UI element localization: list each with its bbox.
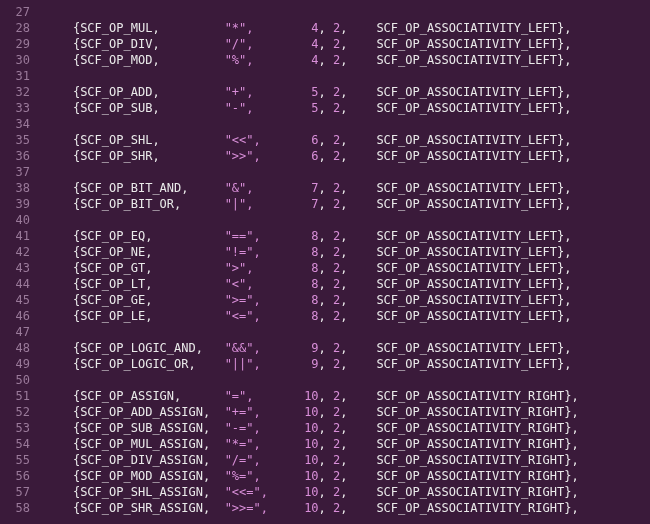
line-number: 37 bbox=[0, 164, 40, 180]
line-number: 36 bbox=[0, 148, 40, 164]
line-number: 44 bbox=[0, 276, 40, 292]
line-number: 39 bbox=[0, 196, 40, 212]
code-line[interactable]: {SCF_OP_LT, "<", 8, 2, SCF_OP_ASSOCIATIV… bbox=[44, 276, 650, 292]
line-number: 27 bbox=[0, 4, 40, 20]
code-line[interactable]: {SCF_OP_LE, "<=", 8, 2, SCF_OP_ASSOCIATI… bbox=[44, 308, 650, 324]
line-number: 50 bbox=[0, 372, 40, 388]
code-line[interactable]: {SCF_OP_GE, ">=", 8, 2, SCF_OP_ASSOCIATI… bbox=[44, 292, 650, 308]
line-number: 57 bbox=[0, 484, 40, 500]
line-number: 35 bbox=[0, 132, 40, 148]
line-number: 56 bbox=[0, 468, 40, 484]
line-number: 46 bbox=[0, 308, 40, 324]
line-number: 53 bbox=[0, 420, 40, 436]
code-editor[interactable]: 2728293031323334353637383940414243444546… bbox=[0, 0, 650, 524]
code-area[interactable]: {SCF_OP_MUL, "*", 4, 2, SCF_OP_ASSOCIATI… bbox=[44, 0, 650, 516]
line-number: 38 bbox=[0, 180, 40, 196]
code-line[interactable]: {SCF_OP_GT, ">", 8, 2, SCF_OP_ASSOCIATIV… bbox=[44, 260, 650, 276]
code-line[interactable]: {SCF_OP_SUB_ASSIGN, "-=", 10, 2, SCF_OP_… bbox=[44, 420, 650, 436]
code-line[interactable] bbox=[44, 212, 650, 228]
line-number: 47 bbox=[0, 324, 40, 340]
code-line[interactable] bbox=[44, 324, 650, 340]
line-number: 34 bbox=[0, 116, 40, 132]
line-number: 52 bbox=[0, 404, 40, 420]
code-line[interactable]: {SCF_OP_MOD_ASSIGN, "%=", 10, 2, SCF_OP_… bbox=[44, 468, 650, 484]
line-number: 54 bbox=[0, 436, 40, 452]
line-number: 48 bbox=[0, 340, 40, 356]
code-line[interactable]: {SCF_OP_LOGIC_AND, "&&", 9, 2, SCF_OP_AS… bbox=[44, 340, 650, 356]
code-line[interactable]: {SCF_OP_BIT_AND, "&", 7, 2, SCF_OP_ASSOC… bbox=[44, 180, 650, 196]
code-line[interactable]: {SCF_OP_SHL, "<<", 6, 2, SCF_OP_ASSOCIAT… bbox=[44, 132, 650, 148]
line-number: 31 bbox=[0, 68, 40, 84]
line-number: 33 bbox=[0, 100, 40, 116]
code-line[interactable] bbox=[44, 372, 650, 388]
code-line[interactable]: {SCF_OP_DIV, "/", 4, 2, SCF_OP_ASSOCIATI… bbox=[44, 36, 650, 52]
code-line[interactable]: {SCF_OP_SHR, ">>", 6, 2, SCF_OP_ASSOCIAT… bbox=[44, 148, 650, 164]
line-number: 28 bbox=[0, 20, 40, 36]
line-number: 45 bbox=[0, 292, 40, 308]
code-line[interactable]: {SCF_OP_SHR_ASSIGN, ">>=", 10, 2, SCF_OP… bbox=[44, 500, 650, 516]
line-number: 30 bbox=[0, 52, 40, 68]
code-line[interactable]: {SCF_OP_DIV_ASSIGN, "/=", 10, 2, SCF_OP_… bbox=[44, 452, 650, 468]
code-line[interactable]: {SCF_OP_MUL, "*", 4, 2, SCF_OP_ASSOCIATI… bbox=[44, 20, 650, 36]
code-line[interactable]: {SCF_OP_NE, "!=", 8, 2, SCF_OP_ASSOCIATI… bbox=[44, 244, 650, 260]
line-number: 43 bbox=[0, 260, 40, 276]
line-number: 49 bbox=[0, 356, 40, 372]
code-line[interactable]: {SCF_OP_ADD_ASSIGN, "+=", 10, 2, SCF_OP_… bbox=[44, 404, 650, 420]
code-line[interactable] bbox=[44, 164, 650, 180]
line-number-gutter: 2728293031323334353637383940414243444546… bbox=[0, 0, 40, 516]
line-number: 58 bbox=[0, 500, 40, 516]
code-line[interactable] bbox=[44, 68, 650, 84]
code-line[interactable]: {SCF_OP_ASSIGN, "=", 10, 2, SCF_OP_ASSOC… bbox=[44, 388, 650, 404]
code-line[interactable]: {SCF_OP_SUB, "-", 5, 2, SCF_OP_ASSOCIATI… bbox=[44, 100, 650, 116]
line-number: 29 bbox=[0, 36, 40, 52]
line-number: 41 bbox=[0, 228, 40, 244]
code-line[interactable]: {SCF_OP_MOD, "%", 4, 2, SCF_OP_ASSOCIATI… bbox=[44, 52, 650, 68]
code-line[interactable]: {SCF_OP_EQ, "==", 8, 2, SCF_OP_ASSOCIATI… bbox=[44, 228, 650, 244]
code-line[interactable]: {SCF_OP_ADD, "+", 5, 2, SCF_OP_ASSOCIATI… bbox=[44, 84, 650, 100]
line-number: 42 bbox=[0, 244, 40, 260]
code-line[interactable] bbox=[44, 116, 650, 132]
line-number: 51 bbox=[0, 388, 40, 404]
line-number: 55 bbox=[0, 452, 40, 468]
line-number: 32 bbox=[0, 84, 40, 100]
code-line[interactable]: {SCF_OP_MUL_ASSIGN, "*=", 10, 2, SCF_OP_… bbox=[44, 436, 650, 452]
line-number: 40 bbox=[0, 212, 40, 228]
code-line[interactable]: {SCF_OP_SHL_ASSIGN, "<<=", 10, 2, SCF_OP… bbox=[44, 484, 650, 500]
code-line[interactable] bbox=[44, 4, 650, 20]
code-line[interactable]: {SCF_OP_BIT_OR, "|", 7, 2, SCF_OP_ASSOCI… bbox=[44, 196, 650, 212]
code-line[interactable]: {SCF_OP_LOGIC_OR, "||", 9, 2, SCF_OP_ASS… bbox=[44, 356, 650, 372]
